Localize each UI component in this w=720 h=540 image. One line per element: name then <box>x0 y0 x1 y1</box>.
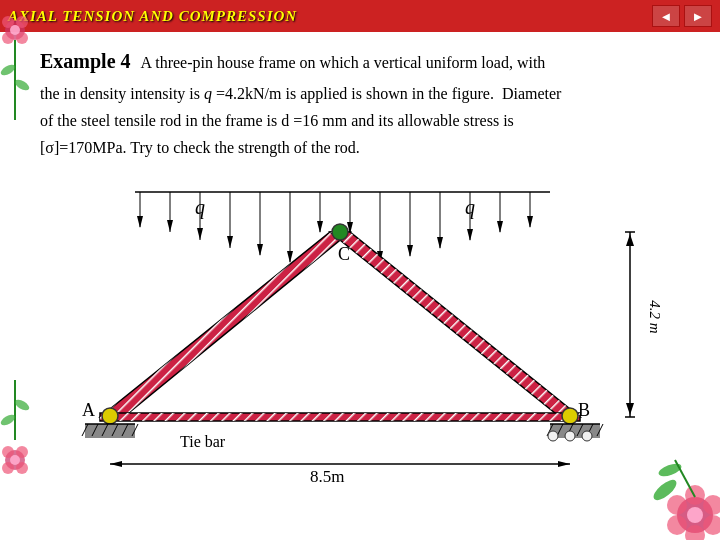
svg-marker-21 <box>626 234 634 246</box>
main-content: Example 4 A three-pin house frame on whi… <box>0 32 720 496</box>
svg-marker-38 <box>317 221 323 233</box>
nav-buttons: ◄ ► <box>652 5 712 27</box>
svg-marker-32 <box>137 216 143 228</box>
svg-point-73 <box>677 497 713 533</box>
svg-point-80 <box>687 507 703 523</box>
svg-marker-36 <box>257 244 263 256</box>
header-bar: AXIAL TENSION AND COMPRESSION ◄ ► <box>0 0 720 32</box>
svg-marker-72 <box>558 461 570 467</box>
example-heading: Example 4 A three-pin house frame on whi… <box>40 46 680 76</box>
svg-marker-37 <box>287 251 293 263</box>
q-right-label: q <box>465 196 475 219</box>
tie-bar-hatch <box>100 413 580 421</box>
frame-diagram: 4.2 m <box>40 172 700 482</box>
svg-marker-35 <box>227 236 233 248</box>
prev-button[interactable]: ◄ <box>652 5 680 27</box>
example-description: A three-pin house frame on which a verti… <box>141 51 546 75</box>
pin-a <box>102 408 118 424</box>
svg-point-79 <box>685 525 705 540</box>
height-label: 4.2 m <box>647 300 663 334</box>
svg-marker-51 <box>467 229 473 241</box>
pin-b <box>562 408 578 424</box>
a-label: A <box>82 400 95 420</box>
next-button[interactable]: ► <box>684 5 712 27</box>
c-label: C <box>338 244 350 264</box>
svg-marker-33 <box>167 220 173 232</box>
b-label: B <box>578 400 590 420</box>
svg-marker-53 <box>527 216 533 228</box>
svg-point-75 <box>703 495 720 515</box>
svg-marker-22 <box>626 403 634 415</box>
header-title: AXIAL TENSION AND COMPRESSION <box>8 8 297 25</box>
svg-marker-71 <box>110 461 122 467</box>
svg-point-76 <box>667 515 687 535</box>
svg-point-68 <box>548 431 558 441</box>
right-rafter-hatch <box>330 232 580 417</box>
svg-marker-49 <box>407 245 413 257</box>
problem-text: the in density intensity is q =4.2kN/m i… <box>40 80 680 162</box>
svg-marker-52 <box>497 221 503 233</box>
width-label: 8.5m <box>310 467 344 482</box>
problem-line2: the in density intensity is q =4.2kN/m i… <box>40 85 561 102</box>
left-rafter-hatch <box>100 232 350 420</box>
svg-point-77 <box>703 515 720 535</box>
svg-point-69 <box>565 431 575 441</box>
svg-point-74 <box>667 495 687 515</box>
tie-bar-label: Tie bar <box>180 433 226 450</box>
problem-line3: of the steel tensile rod in the frame is… <box>40 112 514 129</box>
svg-point-70 <box>582 431 592 441</box>
example-number: Example 4 <box>40 46 131 76</box>
svg-marker-34 <box>197 228 203 240</box>
svg-marker-50 <box>437 237 443 249</box>
diagram-area: 4.2 m <box>40 172 700 482</box>
q-left-label: q <box>195 196 205 219</box>
problem-line4: [σ]=170MPa. Try to check the strength of… <box>40 139 360 156</box>
pin-c <box>332 224 348 240</box>
